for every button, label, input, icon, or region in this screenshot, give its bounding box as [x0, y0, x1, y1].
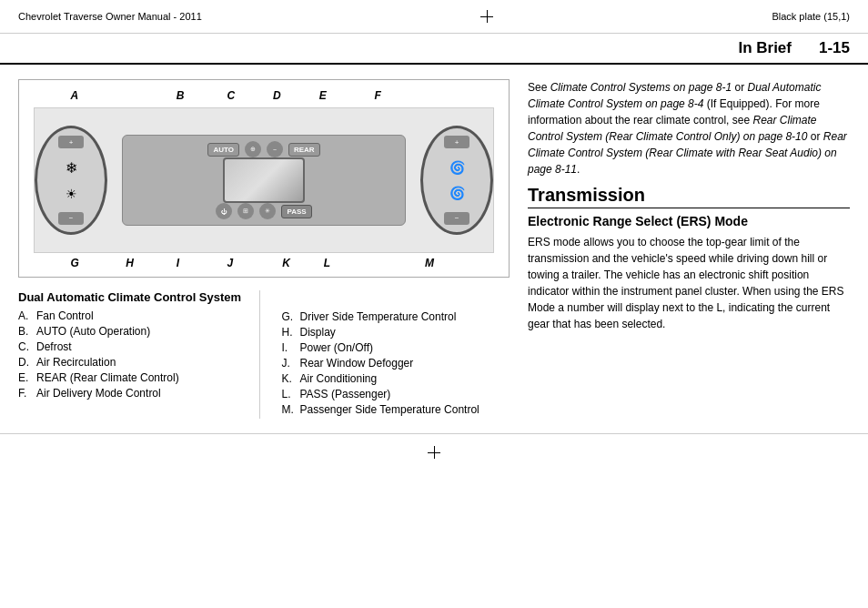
label-K: K: [282, 257, 290, 269]
list-item-L: L. PASS (Passenger): [282, 388, 510, 400]
ers-mode-heading: Electronic Range Select (ERS) Mode: [528, 214, 850, 228]
list-item-M: M. Passenger Side Temperature Control: [282, 403, 510, 416]
label-L: L: [324, 257, 330, 269]
label-H: H: [126, 257, 134, 269]
center-bottom-row: ⏻ ⊞ ✳ PASS: [216, 203, 311, 219]
left-column: A B C D E F + ❄ ☀ −: [18, 79, 510, 419]
center-top-row: AUTO ⊕ ~ REAR: [207, 141, 319, 157]
left-fan-plus[interactable]: +: [58, 136, 84, 148]
sun-icon[interactable]: ✳: [259, 203, 276, 219]
label-D: D: [273, 89, 281, 102]
top-label-row: A B C D E F: [34, 89, 494, 104]
list-item-A: A. Fan Control: [18, 309, 247, 322]
right-dial: + 🌀 🌀 −: [420, 126, 493, 235]
transmission-heading: Transmission: [528, 185, 850, 208]
list-item-I: I. Power (On/Off): [282, 341, 510, 354]
label-C: C: [227, 89, 236, 102]
label-G: G: [70, 257, 78, 269]
label-B: B: [177, 89, 185, 102]
component-list: Dual Automatic Climate Control System A.…: [18, 290, 510, 419]
right-fan-minus[interactable]: −: [444, 212, 469, 225]
list-item-J: J. Rear Window Defogger: [282, 357, 510, 370]
auto-button[interactable]: AUTO: [207, 143, 239, 157]
header-crosshair-icon: [478, 7, 496, 25]
label-E: E: [319, 89, 327, 102]
center-display: [223, 157, 305, 203]
center-control-panel: AUTO ⊕ ~ REAR ⏻ ⊞ ✳ PASS: [122, 135, 406, 226]
page-number: 1-15: [819, 39, 850, 57]
grid-icon[interactable]: ⊞: [237, 203, 254, 219]
list-item-B: B. AUTO (Auto Operation): [18, 325, 247, 338]
label-J: J: [227, 257, 234, 269]
label-I: I: [177, 257, 179, 269]
left-fan-minus[interactable]: −: [58, 212, 84, 225]
bottom-label-row: G H I J K L M: [34, 257, 494, 271]
list-item-K: K. Air Conditioning: [282, 372, 510, 385]
rear-button[interactable]: REAR: [288, 143, 320, 157]
list-divider: [259, 290, 260, 419]
intro-paragraph: See Climate Control Systems on page 8-1 …: [528, 79, 850, 177]
left-dial: + ❄ ☀ −: [35, 126, 107, 235]
label-M: M: [425, 257, 434, 269]
right-column: See Climate Control Systems on page 8-1 …: [528, 79, 850, 419]
left-list-title: Dual Automatic Climate Control System: [18, 290, 247, 304]
power-icon[interactable]: ⏻: [216, 203, 232, 219]
label-F: F: [374, 89, 380, 102]
climate-diagram: A B C D E F + ❄ ☀ −: [18, 79, 510, 278]
climate-visual: + ❄ ☀ − AUTO ⊕ ~ REAR: [34, 107, 494, 253]
list-item-E: E. REAR (Rear Climate Control): [18, 371, 247, 384]
list-item-G: G. Driver Side Temperature Control: [282, 310, 510, 323]
page-header: Chevrolet Traverse Owner Manual - 2011 B…: [0, 0, 868, 34]
header-right: Black plate (15,1): [772, 11, 850, 22]
header-left: Chevrolet Traverse Owner Manual - 2011: [18, 11, 202, 22]
list-item-H: H. Display: [282, 326, 510, 339]
ers-body-text: ERS mode allows you to choose the top-ge…: [528, 234, 850, 332]
page-title-bar: In Brief 1-15: [0, 34, 868, 65]
page-footer: [0, 433, 868, 471]
label-A: A: [70, 89, 78, 102]
list-item-C: C. Defrost: [18, 340, 247, 353]
list-item-D: D. Air Recirculation: [18, 356, 247, 369]
defrost-icon[interactable]: ~: [267, 141, 283, 157]
footer-crosshair-icon: [425, 443, 443, 461]
right-fan-plus[interactable]: +: [444, 136, 469, 148]
left-list: Dual Automatic Climate Control System A.…: [18, 290, 247, 419]
main-content: A B C D E F + ❄ ☀ −: [0, 65, 868, 433]
page-section-title: In Brief: [738, 39, 792, 57]
right-list: G. Driver Side Temperature Control H. Di…: [273, 290, 510, 419]
recirculation-icon[interactable]: ⊕: [245, 141, 261, 157]
list-item-F: F. Air Delivery Mode Control: [18, 387, 247, 400]
pass-button[interactable]: PASS: [281, 205, 311, 218]
